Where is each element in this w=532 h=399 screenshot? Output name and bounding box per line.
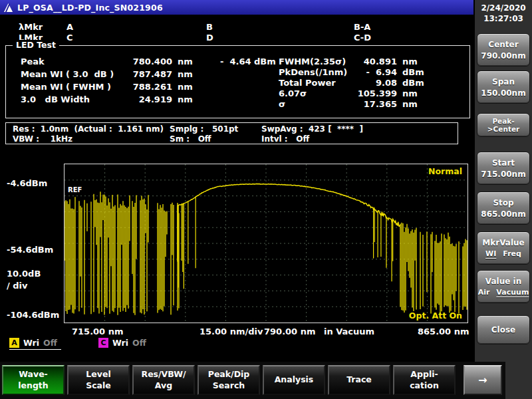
result-row-pkdens: PkDens(/1nm) - 6.94 dBm [6,67,469,78]
marker-d-label: D [206,33,213,43]
softkey-span-label: Span [492,77,515,86]
spectrum-plot: REF Normal Opt. Att On [64,164,468,323]
marker-a-label: A [66,22,73,32]
softkey-mkr-value[interactable]: MkrValue WI Freq [477,231,530,265]
softkey-center-value: 790.00nm [481,51,525,61]
function-menu-bar: Wave- length Level Scale Res/VBW/ Avg Pe… [0,362,505,399]
trace-c-display-state: Off [132,338,146,348]
trace-c-write-mode: Wri [112,338,128,348]
marker-c-d-label: C-D [354,33,371,43]
sweep-average-setting: SwpAvg : 423 [ **** ] [261,124,363,134]
trace-a-chip[interactable]: A [9,338,19,348]
x-axis-medium-label: in Vacuum [324,327,374,336]
mkr-value-option-wl[interactable]: WI [485,249,496,258]
app-logo-icon [3,3,13,13]
y-axis-label-bottom: -104.6dBm [7,310,59,320]
trace-c-chip[interactable]: C [98,338,108,348]
trace-a-legend[interactable]: A Wri Off [9,338,61,350]
optical-attenuator-status: Opt. Att On [409,311,462,321]
right-arrow-icon: → [478,373,487,388]
x-axis-start-label: 715.00 nm [72,327,124,336]
softkey-panel: 2/24/2020 13:27:03 Center 790.00nm Span … [473,0,532,399]
softkey-span-value: 150.00nm [481,88,525,98]
menu-analysis-button[interactable]: Analysis [263,365,325,395]
menu-res-vbw-avg-button[interactable]: Res/VBW/ Avg [132,365,195,395]
sampling-setting: Smplg : 501pt [170,124,238,134]
sweep-settings-box: Res : 1.0nm (Actual : 1.161 nm) Smplg : … [5,122,458,144]
mkr-value-option-freq[interactable]: Freq [503,249,521,258]
smooth-setting: Sm : Off [170,134,211,144]
softkey-start[interactable]: Start 715.00nm [477,152,530,185]
window-title: LP_OSA__LD-PD_Inc_SN021906 [17,3,163,13]
menu-trace-button[interactable]: Trace [328,365,390,395]
title-bar: LP_OSA__LD-PD_Inc_SN021906 [0,0,473,15]
x-axis-per-div-label: 15.00 nm/div [200,327,263,336]
result-row-total-power: Total Power 9.08 dBm [6,78,469,88]
spectrum-trace-canvas [65,164,467,323]
analysis-type-label: LED Test [13,40,59,50]
x-axis-stop-label: 865.00 nm [418,327,469,336]
menu-wavelength-button[interactable]: Wave- length [2,365,65,395]
marker-b-a-label: B-A [354,22,370,32]
sweep-mode-label: Normal [428,166,462,176]
softkey-start-label: Start [492,158,515,168]
softkey-start-value: 715.00nm [481,170,525,179]
result-row-fwhm: FWHM(2.35σ) 40.891 nm [6,57,469,67]
y-scale-per-div-label: 10.0dB [7,269,41,279]
menu-level-scale-button[interactable]: Level Scale [67,365,130,395]
y-axis-label-mid: -54.6dBm [7,245,53,255]
softkey-stop[interactable]: Stop 865.00nm [477,192,530,225]
softkey-center[interactable]: Center 790.00nm [477,33,530,66]
time-display: 13:27:03 [475,14,532,23]
resolution-setting: Res : 1.0nm (Actual : 1.161 nm) [13,124,164,134]
softkey-stop-value: 865.00nm [481,209,525,219]
menu-more-arrow-button[interactable]: → [464,365,502,395]
softkey-close[interactable]: Close [477,315,530,344]
menu-peak-dip-search-button[interactable]: Peak/Dip Search [198,365,260,395]
analysis-results-box: LED Test Peak 780.400 nm - 4.64 dBm Mean… [5,45,470,118]
value-in-option-vacuum[interactable]: Vacuum [496,288,529,297]
trace-a-write-mode: Wri [23,338,39,348]
softkey-peak-to-center[interactable]: Peak->Center [477,113,530,137]
x-axis-center-label: 790.00 nm [264,327,316,336]
marker-b-label: B [206,22,213,32]
trace-a-display-state: Off [43,338,57,348]
value-in-option-air[interactable]: Air [478,288,490,297]
softkey-value-in-label: Value in [485,277,521,286]
result-row-6sigma: 6.07σ 105.399 nm [6,88,469,99]
softkey-stop-label: Stop [493,198,513,207]
date-display: 2/24/2020 [475,3,532,13]
vbw-setting: VBW : 1kHz [13,134,72,144]
marker-c-label: C [66,33,73,43]
result-row-sigma: σ 17.365 nm [6,99,469,110]
softkey-mkr-value-label: MkrValue [482,238,524,247]
interval-setting: Intvl : Off [261,134,309,144]
ref-level-label: REF [68,186,82,194]
marker-row-wl-label: λMkr [19,22,43,32]
trace-c-legend[interactable]: C Wri Off [98,338,146,348]
menu-application-button[interactable]: Appli- cation [393,365,456,395]
y-scale-per-div-unit: / div [7,281,28,291]
softkey-center-label: Center [488,40,518,49]
softkey-span[interactable]: Span 150.00nm [477,70,530,104]
softkey-value-in[interactable]: Value in Air Vacuum [477,270,530,303]
y-axis-label-top: -4.6dBm [7,178,47,188]
